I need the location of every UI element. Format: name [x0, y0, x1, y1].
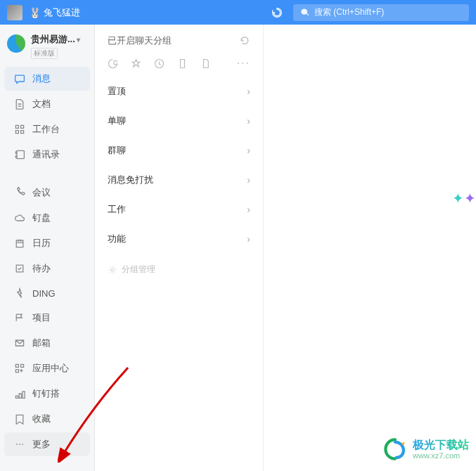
- category-label: 单聊: [108, 115, 126, 127]
- chevron-right-icon: ›: [247, 233, 250, 245]
- sidebar-item-label: 会议: [32, 186, 51, 199]
- group-manage-label: 分组管理: [122, 264, 155, 276]
- category-item[interactable]: 消息免打扰›: [95, 165, 263, 195]
- sidebar-item-mail[interactable]: 邮箱: [4, 331, 90, 355]
- at-icon[interactable]: [108, 58, 118, 69]
- refresh-icon[interactable]: [239, 35, 250, 46]
- sidebar-item-more[interactable]: 更多: [4, 432, 90, 456]
- fav-icon: [14, 413, 25, 425]
- sidebar-item-todo[interactable]: 待办: [4, 257, 90, 280]
- filter-row: ···: [95, 54, 263, 77]
- sidebar-item-build[interactable]: 钉钉搭: [4, 382, 90, 406]
- sidebar-item-label: 应用中心: [32, 362, 69, 375]
- group-manage-button[interactable]: 分组管理: [95, 254, 263, 285]
- sidebar-item-label: 工作台: [32, 123, 60, 136]
- sidebar-item-label: 收藏: [32, 413, 51, 425]
- ding-icon: [14, 288, 25, 299]
- sidebar-item-label: 钉钉搭: [32, 387, 60, 400]
- content-area: ✦✦: [264, 25, 476, 471]
- rabbit-icon: 🐰: [28, 6, 41, 19]
- apps-icon: [14, 363, 25, 374]
- sidebar-item-contacts[interactable]: 通讯录: [4, 143, 90, 167]
- sidebar-item-label: 消息: [32, 72, 51, 85]
- sidebar-item-cloud[interactable]: 钉盘: [4, 206, 90, 230]
- clock-icon[interactable]: [154, 58, 165, 69]
- sidebar-item-doc[interactable]: 文档: [4, 92, 90, 116]
- category-item[interactable]: 功能›: [95, 224, 263, 254]
- cloud-icon: [14, 212, 25, 224]
- todo-icon: [14, 263, 25, 274]
- calendar-icon: [14, 238, 25, 249]
- org-selector[interactable]: 贵州易游... ▾ 标准版: [0, 30, 94, 66]
- titlebar: 🐰 兔飞猛进 搜索 (Ctrl+Shift+F): [0, 0, 476, 25]
- category-item[interactable]: 工作›: [95, 195, 263, 224]
- more-icon: [14, 439, 25, 450]
- search-icon: [300, 8, 310, 18]
- mail-icon: [14, 337, 25, 349]
- message-icon: [14, 73, 25, 84]
- phone-icon: [14, 187, 25, 198]
- sidebar-item-label: DING: [32, 288, 56, 299]
- sidebar: 贵州易游... ▾ 标准版 消息文档工作台通讯录 会议钉盘日历待办DING项目邮…: [0, 25, 95, 471]
- sidebar-item-label: 文档: [32, 98, 51, 110]
- sidebar-item-calendar[interactable]: 日历: [4, 231, 90, 255]
- panel-header: 已开启聊天分组: [108, 34, 172, 47]
- category-label: 置顶: [108, 85, 126, 98]
- category-label: 群聊: [108, 144, 126, 157]
- sidebar-item-message[interactable]: 消息: [4, 67, 90, 91]
- sidebar-item-label: 通讯录: [32, 148, 60, 161]
- chevron-right-icon: ›: [247, 145, 250, 156]
- more-icon[interactable]: ···: [237, 57, 250, 70]
- watermark: 极光下载站 www.xz7.com: [383, 437, 469, 461]
- watermark-logo-icon: [383, 437, 407, 461]
- contacts-icon: [14, 149, 25, 160]
- category-label: 消息免打扰: [108, 174, 153, 186]
- project-icon: [14, 312, 25, 323]
- category-label: 工作: [108, 203, 126, 216]
- star-icon[interactable]: [131, 58, 141, 69]
- category-item[interactable]: 单聊›: [95, 106, 263, 136]
- search-placeholder: 搜索 (Ctrl+Shift+F): [314, 6, 384, 18]
- chevron-right-icon: ›: [247, 174, 250, 186]
- org-logo-icon: [7, 34, 25, 53]
- sidebar-item-label: 钉盘: [32, 212, 51, 224]
- doc-icon: [14, 98, 25, 110]
- sidebar-item-project[interactable]: 项目: [4, 306, 90, 330]
- sidebar-item-phone[interactable]: 会议: [4, 181, 90, 205]
- grid-icon: [14, 124, 25, 135]
- watermark-name: 极光下载站: [413, 438, 469, 451]
- org-name: 贵州易游...: [31, 33, 75, 46]
- sidebar-item-label: 项目: [32, 311, 51, 324]
- sidebar-item-label: 待办: [32, 262, 51, 275]
- sidebar-item-label: 邮箱: [32, 337, 51, 349]
- category-item[interactable]: 群聊›: [95, 136, 263, 165]
- sparkle-icon: ✦✦: [452, 190, 476, 207]
- search-input[interactable]: 搜索 (Ctrl+Shift+F): [293, 4, 469, 21]
- chat-group-panel: 已开启聊天分组 ··· 置顶›单聊›群聊›消息免打扰›工作›功能› 分组管理: [95, 25, 264, 471]
- sidebar-item-label: 日历: [32, 237, 51, 250]
- watermark-url: www.xz7.com: [413, 451, 469, 460]
- chevron-right-icon: ›: [247, 115, 250, 127]
- sidebar-item-ding[interactable]: DING: [4, 282, 90, 304]
- history-icon[interactable]: [271, 6, 283, 19]
- sidebar-item-fav[interactable]: 收藏: [4, 407, 90, 431]
- category-label: 功能: [108, 233, 126, 245]
- chevron-right-icon: ›: [247, 204, 250, 215]
- mobile-icon[interactable]: [177, 58, 188, 69]
- category-item[interactable]: 置顶›: [95, 77, 263, 106]
- build-icon: [14, 388, 25, 399]
- sidebar-item-label: 更多: [32, 438, 51, 451]
- sidebar-item-apps[interactable]: 应用中心: [4, 356, 90, 380]
- gear-icon: [108, 265, 117, 275]
- chevron-down-icon: ▾: [77, 36, 80, 44]
- chevron-right-icon: ›: [247, 86, 250, 97]
- window-title: 兔飞猛进: [44, 6, 80, 19]
- org-badge: 标准版: [31, 48, 58, 59]
- file-icon[interactable]: [200, 58, 211, 69]
- sidebar-item-grid[interactable]: 工作台: [4, 117, 90, 141]
- avatar[interactable]: [7, 5, 22, 20]
